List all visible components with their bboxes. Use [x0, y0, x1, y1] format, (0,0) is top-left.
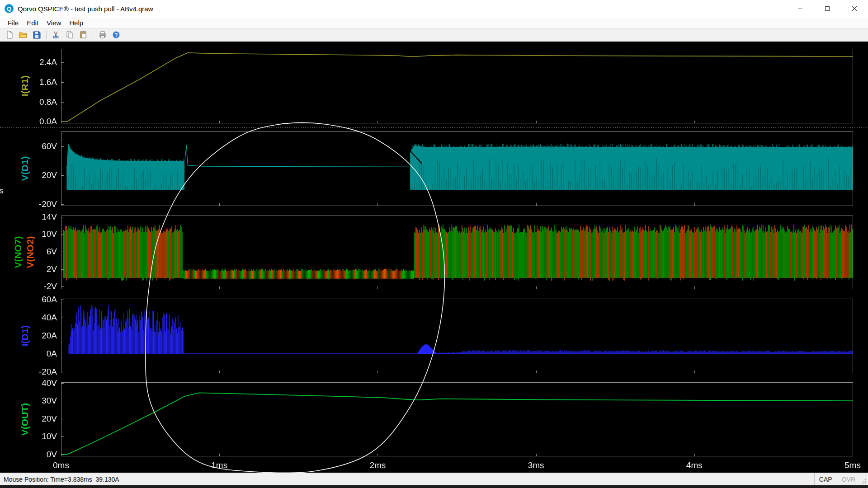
mouse-position-readout: Mouse Position: Time=3.838ms 39.130A — [0, 476, 119, 483]
window-title: Qorvo QSPICE® - test push pull - ABv4.qr… — [18, 5, 153, 13]
plot-region: S 2.4A1.6A0.8A0.0AI(R1)60V20V-20VV(D1)14… — [0, 42, 868, 473]
minimize-button[interactable] — [787, 0, 814, 17]
menu-file[interactable]: File — [4, 18, 23, 28]
print-icon — [99, 31, 107, 39]
cut-scissors-icon — [52, 31, 60, 39]
toolbar-separator — [93, 31, 93, 39]
title-bar: Q Qorvo QSPICE® - test push pull - ABv4.… — [0, 0, 868, 17]
maximize-icon — [825, 6, 830, 11]
copy-button[interactable] — [64, 29, 75, 40]
menu-bar: File Edit View Help — [0, 17, 868, 28]
bottom-strip — [0, 485, 868, 488]
toolbar-separator — [46, 31, 47, 39]
waveform-canvas[interactable] — [0, 42, 868, 473]
menu-view[interactable]: View — [42, 18, 65, 28]
tool-bar: ? — [0, 28, 868, 42]
menu-help[interactable]: Help — [65, 18, 87, 28]
ovr-indicator: OVR — [837, 473, 860, 485]
app-logo-icon: Q — [5, 4, 14, 13]
cut-button[interactable] — [50, 29, 62, 40]
print-button[interactable] — [97, 29, 108, 40]
new-file-icon — [5, 31, 14, 39]
cap-indicator: CAP — [814, 473, 837, 485]
help-glyph: ? — [115, 32, 118, 38]
resize-grip[interactable] — [860, 473, 868, 485]
clipped-edge-text: S — [0, 187, 4, 195]
close-icon — [852, 6, 857, 11]
app-logo-letter: Q — [7, 5, 11, 12]
minimize-icon — [797, 6, 803, 11]
window-controls — [787, 0, 868, 17]
maximize-button[interactable] — [814, 0, 841, 17]
paste-clipboard-icon — [79, 31, 87, 39]
save-icon — [33, 31, 41, 39]
open-folder-icon — [19, 31, 27, 39]
menu-edit[interactable]: Edit — [23, 18, 42, 28]
help-button[interactable]: ? — [110, 29, 122, 40]
help-icon: ? — [112, 31, 120, 39]
resize-grip-icon — [861, 478, 867, 484]
copy-icon — [66, 31, 74, 39]
open-file-button[interactable] — [17, 29, 29, 40]
status-bar: Mouse Position: Time=3.838ms 39.130A CAP… — [0, 473, 868, 485]
new-file-button[interactable] — [4, 29, 15, 40]
save-button[interactable] — [31, 29, 42, 40]
paste-button[interactable] — [77, 29, 89, 40]
status-indicators: CAP OVR — [814, 473, 868, 485]
close-button[interactable] — [841, 0, 868, 17]
